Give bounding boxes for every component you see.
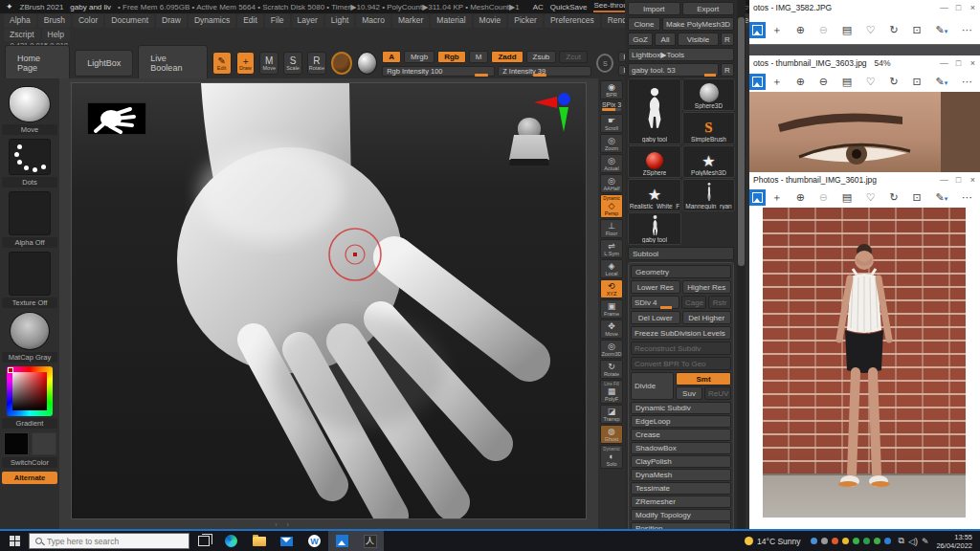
tool-tile-zsphere[interactable]: ZSphere bbox=[628, 145, 681, 178]
taskbar-mail[interactable] bbox=[273, 531, 301, 551]
photos-toolbar-icon[interactable]: ⊡ bbox=[912, 24, 921, 36]
menu-item[interactable]: Alpha bbox=[4, 14, 36, 28]
photos-toolbar-icon[interactable]: ⊕ bbox=[796, 24, 805, 36]
photos-toolbar-icon[interactable]: ⊕ bbox=[796, 76, 805, 88]
close-button[interactable]: × bbox=[966, 175, 980, 185]
menu-item[interactable]: Picker bbox=[508, 14, 543, 28]
menu-item[interactable]: Color bbox=[73, 14, 103, 28]
taskbar-edge[interactable] bbox=[217, 531, 245, 551]
close-button[interactable]: × bbox=[966, 3, 980, 12]
import-button[interactable]: Import bbox=[628, 2, 680, 15]
menu-item[interactable]: Document bbox=[105, 14, 154, 28]
right-shelf-button[interactable]: ◉ BPR bbox=[600, 80, 623, 99]
minimize-button[interactable]: — bbox=[937, 58, 951, 68]
right-shelf-button[interactable]: ▣ Frame bbox=[600, 299, 623, 319]
menu-item[interactable]: Draw bbox=[156, 14, 187, 28]
geometry-subsection[interactable]: ShadowBox bbox=[631, 442, 731, 454]
photos-toolbar-icon[interactable]: ✎▾ bbox=[935, 24, 947, 36]
monitor-icon[interactable]: ⧉ bbox=[899, 536, 904, 546]
quicksave-button[interactable]: QuickSave bbox=[550, 3, 588, 11]
make-polymesh3d-button[interactable]: Make PolyMesh3D bbox=[662, 17, 734, 31]
right-shelf-button[interactable]: ⟲ XYZ bbox=[600, 279, 623, 298]
photos-toolbar-icon[interactable]: ⋯ bbox=[962, 191, 972, 204]
freeze-subdivision-button[interactable]: Freeze SubDivision Levels bbox=[631, 326, 731, 340]
goz-button[interactable]: GoZ bbox=[628, 33, 653, 46]
menu-item[interactable]: Material bbox=[431, 14, 471, 28]
photos-toolbar-icon[interactable]: ▤ bbox=[842, 76, 852, 88]
geometry-subsection[interactable]: Crease bbox=[631, 429, 731, 441]
z-intensity-slider[interactable]: Z Intensity 39 bbox=[498, 66, 591, 77]
right-shelf-button[interactable]: Dynamic ◇ Persp bbox=[600, 194, 623, 218]
taskbar-whiteboard[interactable]: W bbox=[301, 531, 328, 551]
search-input[interactable] bbox=[47, 537, 162, 546]
convert-bpr-button[interactable]: Convert BPR To Geo bbox=[631, 357, 731, 370]
geometry-subsection[interactable]: ZRemesher bbox=[631, 496, 731, 508]
suv-button[interactable]: Suv bbox=[676, 386, 702, 400]
right-shelf-button[interactable]: ◎ Zoom3D bbox=[600, 340, 623, 359]
photos-toolbar-icon[interactable]: ⊡ bbox=[912, 76, 921, 88]
photos-window-1-titlebar[interactable]: otos - IMG_3582.JPG — □ × bbox=[749, 0, 980, 15]
menu-item[interactable]: Edit bbox=[237, 14, 263, 28]
photos-toolbar-icon[interactable]: ▤ bbox=[842, 191, 852, 204]
draw-button[interactable]: ＋Draw bbox=[236, 52, 256, 75]
menu-item[interactable]: Zscript bbox=[4, 29, 40, 41]
photos-toolbar-icon[interactable]: ⋯ bbox=[962, 24, 972, 36]
volume-icon[interactable]: ◁) bbox=[908, 537, 918, 546]
reuv-button[interactable]: ReUV bbox=[704, 386, 731, 400]
right-shelf-button[interactable]: ◍ Ghost bbox=[600, 425, 623, 444]
taskbar-search[interactable] bbox=[29, 533, 189, 549]
tray-icon[interactable] bbox=[863, 538, 870, 544]
zadd-button[interactable]: Zadd bbox=[491, 51, 523, 63]
menu-item[interactable]: Help bbox=[42, 29, 70, 41]
scale-button[interactable]: SScale bbox=[283, 52, 302, 75]
goz-r-button[interactable]: R bbox=[721, 33, 734, 46]
tray-icon[interactable] bbox=[853, 538, 859, 544]
weather-widget[interactable]: 14°C Sunny bbox=[739, 531, 806, 551]
right-shelf-button[interactable]: ☛ Scroll bbox=[600, 114, 623, 133]
photos-toolbar-icon[interactable]: ↻ bbox=[889, 191, 898, 204]
right-shelf-button[interactable]: Line Fill ▦ PolyF bbox=[600, 380, 623, 404]
right-shelf-button[interactable]: ⇌ L.Sym bbox=[600, 239, 623, 258]
secondary-color-swatch[interactable] bbox=[32, 432, 56, 455]
rgb-intensity-slider[interactable]: Rgb Intensity 100 bbox=[382, 66, 495, 77]
geometry-subsection[interactable]: Dynamic Subdiv bbox=[631, 402, 731, 414]
divide-button[interactable]: Divide bbox=[631, 372, 674, 400]
tray-icon[interactable] bbox=[832, 538, 838, 544]
main-color-swatch[interactable] bbox=[4, 432, 29, 455]
photos-toolbar-icon[interactable]: ♡ bbox=[866, 191, 876, 204]
menu-item[interactable]: Preferences bbox=[545, 14, 600, 28]
tool-tile-realistic-white-f[interactable]: ★ Realistic_White_F bbox=[628, 179, 681, 211]
tool-tile-gaby[interactable]: gaby tool bbox=[628, 78, 681, 144]
tool-tile-simplebrush[interactable]: S SimpleBrush bbox=[682, 112, 735, 144]
canvas-scroll-arrows[interactable]: ‹ › bbox=[275, 521, 293, 528]
edit-button[interactable]: ✎Edit bbox=[212, 52, 232, 75]
menu-item[interactable]: Dynamics bbox=[189, 14, 235, 28]
goz-all-button[interactable]: All bbox=[655, 33, 676, 46]
photos-toolbar-icon[interactable]: ⊡ bbox=[912, 191, 921, 204]
viewport-canvas[interactable]: ‹ › bbox=[59, 78, 598, 529]
alternate-button[interactable]: Alternate bbox=[2, 472, 57, 484]
photos-window-3-titlebar[interactable]: Photos - thumbnail_IMG_3601.jpg — □ × bbox=[749, 172, 980, 187]
menu-item[interactable]: Marker bbox=[392, 14, 429, 28]
photos-toolbar-icon[interactable]: ♡ bbox=[866, 24, 876, 36]
tray-icon[interactable] bbox=[811, 538, 817, 544]
mrgb-button[interactable]: Mrgb bbox=[404, 51, 434, 63]
maximize-button[interactable]: □ bbox=[951, 3, 966, 12]
photos-toolbar-icon[interactable]: ⊖ bbox=[819, 76, 828, 88]
zcut-button[interactable]: Zcut bbox=[559, 51, 588, 63]
subtool-section-header[interactable]: Subtool bbox=[628, 247, 734, 260]
right-shelf-button[interactable]: ◈ Local bbox=[600, 259, 623, 278]
cage-button[interactable]: Cage bbox=[681, 296, 706, 309]
photos-toolbar-icon[interactable]: ＋ bbox=[771, 23, 782, 37]
texture-thumbnail[interactable] bbox=[9, 252, 51, 296]
taskbar-file-explorer[interactable] bbox=[245, 531, 273, 551]
export-button[interactable]: Export bbox=[682, 2, 735, 15]
current-material-swatch[interactable] bbox=[331, 52, 352, 75]
tray-icon[interactable] bbox=[821, 538, 828, 544]
minimize-button[interactable]: — bbox=[937, 3, 951, 12]
photos-toolbar-icon[interactable]: ⋯ bbox=[962, 76, 972, 88]
rgb-button[interactable]: Rgb bbox=[437, 51, 466, 63]
material-preview-sphere[interactable] bbox=[357, 52, 378, 75]
color-picker[interactable] bbox=[7, 366, 53, 416]
current-brush-thumbnail[interactable] bbox=[9, 86, 51, 122]
